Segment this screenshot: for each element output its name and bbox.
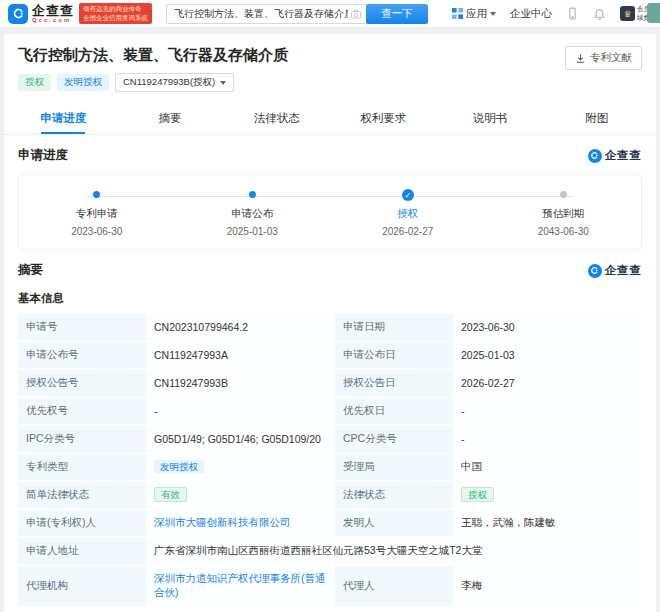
basic-info-table: 申请号 CN202310799464.2 申请日期 2023-06-30 申请公… (18, 314, 642, 608)
bell-icon[interactable] (593, 7, 606, 20)
patent-number-select[interactable]: CN119247993B(授权) (115, 73, 234, 92)
milestone-filing: 专利申请 2023-06-30 (19, 191, 175, 237)
search-box: 查一下 (166, 4, 428, 24)
valid-status-badge: 有效 (154, 487, 187, 502)
chevron-down-icon (220, 81, 226, 85)
table-row: 专利类型 发明授权 受理局 中国 (18, 453, 642, 481)
tab-drawings[interactable]: 附图 (543, 102, 650, 134)
qcc-watermark: 企查查 (588, 148, 643, 163)
tab-abstract[interactable]: 摘要 (117, 102, 224, 134)
qcc-logo-icon (588, 149, 602, 163)
abstract-section: 摘要 企查查 基本信息 申请号 CN202310799464.2 申请日期 20… (4, 250, 656, 612)
qcc-logo-icon (588, 264, 602, 278)
patent-detail-card: 飞行控制方法、装置、飞行器及存储介质 授权 发明授权 CN119247993B(… (4, 34, 656, 612)
table-row: IPC分类号 G05D1/49; G05D1/46; G05D109/20 CP… (18, 425, 642, 453)
side-float-widget[interactable] (647, 3, 660, 23)
tab-description[interactable]: 说明书 (437, 102, 544, 134)
section-title: 申请进度 (18, 147, 68, 164)
apps-label: 应用 (466, 7, 487, 21)
vip-crown-icon: ♛ (620, 6, 635, 21)
basic-info-title: 基本信息 (18, 291, 642, 306)
search-button[interactable]: 查一下 (366, 4, 428, 24)
timeline-dot (249, 191, 256, 198)
mobile-icon[interactable] (566, 7, 579, 20)
milestone-grant: ✓ 授权 2026-02-27 (330, 191, 486, 237)
agency-link[interactable]: 深圳市力道知识产权代理事务所(普通合伙) (154, 572, 326, 598)
table-row: 申请公布号 CN119247993A 申请公布日 2025-01-03 (18, 341, 642, 369)
qcc-watermark: 企查查 (588, 263, 643, 278)
table-row: 申请人地址 广东省深圳市南山区西丽街道西丽社区仙元路53号大疆天空之城T2大堂 (18, 537, 642, 565)
brand-slogan: 做有远见的商业传奇 全国企业信用查询系统 (79, 3, 152, 25)
detail-tabs: 申请进度 摘要 法律状态 权利要求 说明书 附图 (4, 102, 656, 135)
qcc-logo-icon (8, 4, 28, 24)
section-title: 摘要 (18, 262, 43, 279)
status-badge: 授权 (18, 74, 51, 91)
tab-legal-status[interactable]: 法律状态 (223, 102, 330, 134)
qcc-logo[interactable]: 企查查 Qcc.com (8, 4, 74, 24)
timeline-dot (560, 191, 567, 198)
apps-grid-icon (452, 8, 463, 19)
download-icon (575, 53, 586, 64)
timeline-dot (93, 191, 100, 198)
patent-timeline: 专利申请 2023-06-30 申请公布 2025-01-03 ✓ 授权 202… (18, 174, 642, 250)
application-progress-section: 申请进度 企查查 专利申请 2023-06-30 申请公布 2025-01-03… (4, 135, 656, 250)
table-row: 优先权号 - 优先权日 - (18, 397, 642, 425)
chevron-down-icon (490, 12, 496, 16)
table-row: 申请(专利权)人 深圳市大疆创新科技有限公司 发明人 王聪，武瀚，陈建敏 (18, 509, 642, 537)
milestone-expiry: 预估到期 2043-06-30 (486, 191, 642, 237)
page-title: 飞行控制方法、装置、飞行器及存储介质 (18, 46, 642, 65)
check-circle-icon: ✓ (402, 189, 414, 201)
vip-renew-button[interactable]: ♛ 会员 续费 (620, 5, 650, 22)
tab-claims[interactable]: 权利要求 (330, 102, 437, 134)
table-row: 申请号 CN202310799464.2 申请日期 2023-06-30 (18, 314, 642, 341)
patent-document-button[interactable]: 专利文献 (565, 46, 642, 70)
brand-name: 企查查 (32, 4, 74, 17)
table-row: 简单法律状态 有效 法律状态 授权 (18, 481, 642, 509)
granted-status-badge: 授权 (461, 487, 494, 502)
camera-icon[interactable] (350, 8, 362, 20)
search-input[interactable] (166, 4, 366, 24)
brand-domain: Qcc.com (32, 17, 74, 23)
patent-type-badge: 发明授权 (57, 74, 109, 91)
tab-application-progress[interactable]: 申请进度 (10, 102, 117, 134)
enterprise-center-link[interactable]: 企业中心 (510, 7, 552, 21)
top-navbar: 企查查 Qcc.com 做有远见的商业传奇 全国企业信用查询系统 查一下 应用 … (0, 0, 660, 28)
table-row: 代理机构 深圳市力道知识产权代理事务所(普通合伙) 代理人 李梅 (18, 565, 642, 607)
applicant-company-link[interactable]: 深圳市大疆创新科技有限公司 (154, 516, 291, 528)
apps-menu[interactable]: 应用 (452, 7, 496, 21)
patent-type-badge: 发明授权 (154, 460, 204, 473)
milestone-publication: 申请公布 2025-01-03 (175, 191, 331, 237)
table-row: 授权公告号 CN119247993B 授权公告日 2026-02-27 (18, 369, 642, 397)
